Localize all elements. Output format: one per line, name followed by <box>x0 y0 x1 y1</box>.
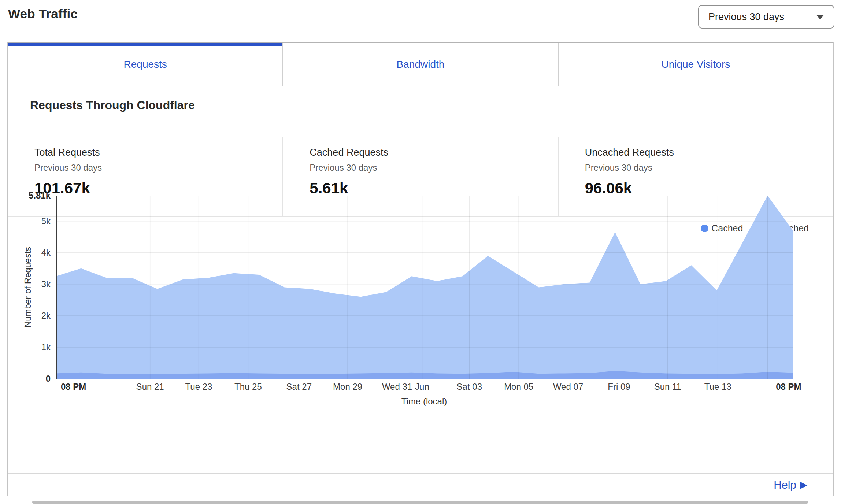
tab-requests[interactable]: Requests <box>8 43 282 86</box>
y-tick-label: 2k <box>0 311 51 321</box>
stat-value: 101.67k <box>34 179 282 197</box>
stat-value: 5.61k <box>310 179 557 197</box>
x-tick-label: Fri 09 <box>608 382 630 392</box>
x-tick-label: Mon 05 <box>504 382 533 392</box>
tab-bar: RequestsBandwidthUnique Visitors <box>8 43 833 86</box>
requests-area-chart <box>56 196 793 379</box>
page-title: Web Traffic <box>8 7 78 21</box>
x-tick-label: Wed 31 <box>382 382 412 392</box>
y-tick-label: 5.81k <box>0 190 51 201</box>
help-arrow-icon: ▶ <box>800 479 807 490</box>
x-tick-label: 08 PM <box>61 382 86 392</box>
x-tick-label: Sat 03 <box>457 382 482 392</box>
y-tick-label: 0 <box>0 374 51 384</box>
stat-label: Cached Requests <box>310 147 557 158</box>
x-tick-label: Sun 11 <box>654 382 681 392</box>
stat-sublabel: Previous 30 days <box>310 163 557 173</box>
footer-row: Help ▶ <box>8 473 833 496</box>
x-tick-label: Jun <box>415 382 429 392</box>
time-range-select[interactable]: Previous 30 days <box>698 5 834 29</box>
stat-label: Uncached Requests <box>585 147 833 158</box>
x-tick-label: Tue 23 <box>185 382 212 392</box>
y-tick-label: 1k <box>0 342 51 352</box>
help-link[interactable]: Help ▶ <box>774 479 807 491</box>
x-tick-label: Sat 27 <box>286 382 312 392</box>
x-tick-label: Sun 21 <box>136 382 164 392</box>
x-tick-label: 08 PM <box>776 382 801 392</box>
stat-sublabel: Previous 30 days <box>585 163 833 173</box>
stat-label: Total Requests <box>34 147 282 158</box>
stat-sublabel: Previous 30 days <box>34 163 282 173</box>
chevron-down-icon <box>816 15 824 19</box>
x-tick-label: Thu 25 <box>234 382 262 392</box>
y-tick-label: 4k <box>0 248 51 258</box>
x-tick-label: Wed 07 <box>553 382 583 392</box>
tab-unique-visitors[interactable]: Unique Visitors <box>558 43 833 86</box>
x-tick-label: Tue 13 <box>704 382 731 392</box>
x-tick-label: Mon 29 <box>333 382 362 392</box>
panel-heading: Requests Through Cloudflare <box>30 99 195 112</box>
area-chart-svg <box>56 196 793 379</box>
y-tick-label: 3k <box>0 279 51 289</box>
stat-value: 96.06k <box>585 179 833 197</box>
horizontal-scrollbar[interactable] <box>32 501 808 504</box>
x-axis-label: Time (local) <box>401 396 447 407</box>
uncached-area <box>56 196 793 379</box>
tab-bandwidth[interactable]: Bandwidth <box>282 43 557 86</box>
time-range-value: Previous 30 days <box>708 11 816 23</box>
y-tick-label: 5k <box>0 216 51 226</box>
help-label: Help <box>774 479 796 491</box>
